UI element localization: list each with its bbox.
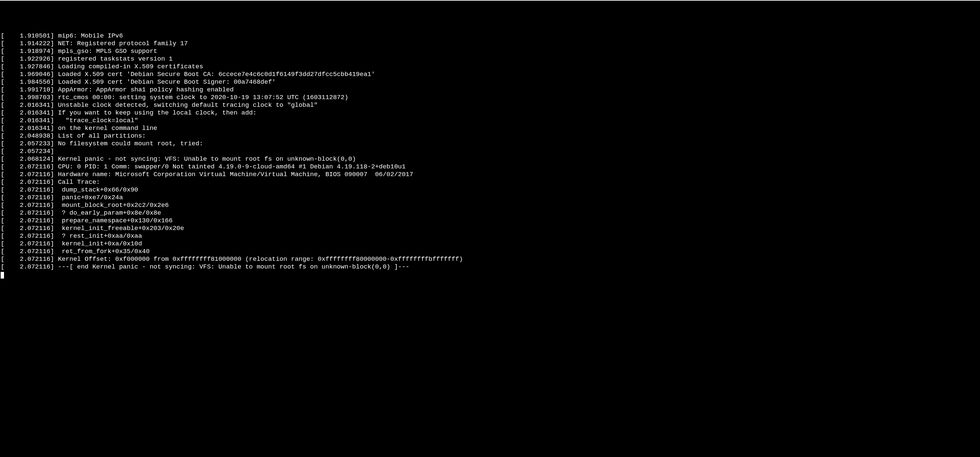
- log-line: [ 2.072116] Call Trace:: [1, 178, 980, 186]
- log-line: [ 2.072116] ret_from_fork+0x35/0x40: [1, 248, 980, 255]
- console-output: [ 1.910501] mip6: Mobile IPv6[ 1.914222]…: [1, 32, 980, 271]
- log-line: [ 1.984556] Loaded X.509 cert 'Debian Se…: [1, 78, 980, 86]
- log-line: [ 2.072116] ? rest_init+0xaa/0xaa: [1, 232, 980, 240]
- log-line: [ 2.072116] ? do_early_param+0x8e/0x8e: [1, 209, 980, 217]
- log-line: [ 1.918974] mpls_gso: MPLS GSO support: [1, 48, 980, 55]
- log-line: [ 1.922926] registered taskstats version…: [1, 55, 980, 63]
- log-line: [ 2.016341] on the kernel command line: [1, 125, 980, 132]
- log-line: [ 2.072116] Hardware name: Microsoft Cor…: [1, 171, 980, 178]
- log-line: [ 2.072116] kernel_init+0xa/0x10d: [1, 240, 980, 248]
- log-line: [ 2.016341] If you want to keep using th…: [1, 109, 980, 117]
- log-line: [ 2.016341] Unstable clock detected, swi…: [1, 102, 980, 109]
- log-line: [ 2.072116] panic+0xe7/0x24a: [1, 194, 980, 202]
- log-line: [ 1.927846] Loading compiled-in X.509 ce…: [1, 63, 980, 71]
- log-line: [ 1.914222] NET: Registered protocol fam…: [1, 40, 980, 48]
- log-line: [ 2.072116] mount_block_root+0x2c2/0x2e6: [1, 202, 980, 209]
- log-line: [ 1.910501] mip6: Mobile IPv6: [1, 32, 980, 40]
- log-line: [ 2.048938] List of all partitions:: [1, 132, 980, 140]
- log-line: [ 2.072116] prepare_namespace+0x130/0x16…: [1, 217, 980, 225]
- log-line: [ 2.072116] CPU: 0 PID: 1 Comm: swapper/…: [1, 163, 980, 171]
- log-line: [ 2.057233] No filesystem could mount ro…: [1, 140, 980, 148]
- log-line: [ 1.998703] rtc_cmos 00:00: setting syst…: [1, 94, 980, 102]
- log-line: [ 1.969046] Loaded X.509 cert 'Debian Se…: [1, 71, 980, 78]
- log-line: [ 2.072116] ---[ end Kernel panic - not …: [1, 263, 980, 271]
- log-line: [ 2.072116] kernel_init_freeable+0x203/0…: [1, 225, 980, 232]
- cursor: [1, 272, 4, 279]
- log-line: [ 2.016341] "trace_clock=local": [1, 117, 980, 125]
- log-line: [ 2.072116] Kernel Offset: 0xf000000 fro…: [1, 255, 980, 263]
- log-line: [ 2.057234]: [1, 148, 980, 156]
- log-line: [ 2.072116] dump_stack+0x66/0x90: [1, 186, 980, 194]
- log-line: [ 2.068124] Kernel panic - not syncing: …: [1, 156, 980, 163]
- log-line: [ 1.991710] AppArmor: AppArmor sha1 poli…: [1, 86, 980, 94]
